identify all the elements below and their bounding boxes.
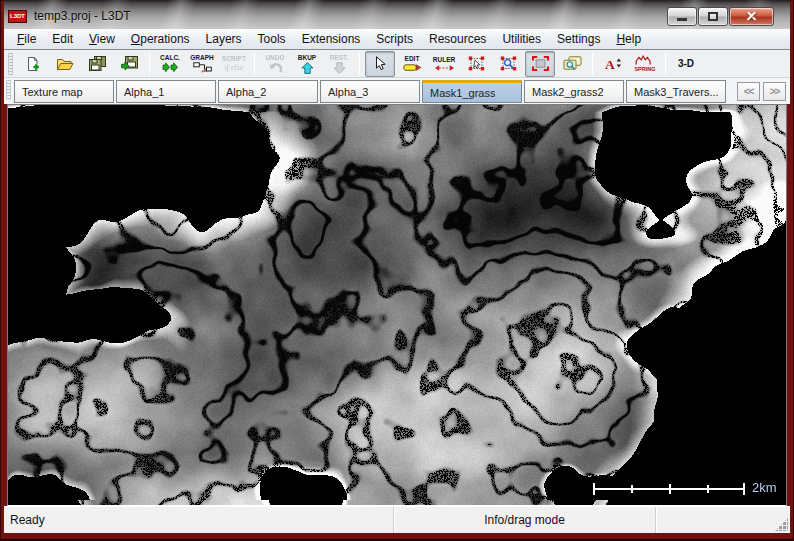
toolbar-separator: [665, 53, 666, 75]
calc-icon: [162, 62, 179, 73]
minimize-icon: [677, 18, 687, 21]
tab-scroll-right-button[interactable]: >>: [763, 82, 786, 101]
script-button[interactable]: SCRIPT if else: [219, 51, 249, 77]
spring-icon: [635, 55, 656, 65]
menu-item-extensions[interactable]: Extensions: [294, 29, 369, 49]
tab-label: Alpha_3: [328, 86, 368, 98]
pointer-icon: [374, 56, 386, 71]
toolbar-separator: [592, 53, 593, 75]
tab-strip: Texture mapAlpha_1Alpha_2Alpha_3Mask1_gr…: [14, 80, 728, 103]
select-move-icon: [468, 56, 485, 71]
tab-mask3-travers[interactable]: Mask3_Travers...: [626, 80, 726, 103]
window-title: temp3.proj - L3DT: [34, 9, 131, 23]
maximize-icon: [708, 12, 718, 21]
status-mode-pane: Info/drag mode: [394, 507, 656, 533]
backup-button[interactable]: BKUP: [292, 51, 322, 77]
svg-text:A: A: [605, 57, 615, 70]
tab-label: Mask3_Travers...: [634, 86, 718, 98]
undo-button[interactable]: UNDO: [260, 51, 290, 77]
restore-icon: [333, 62, 346, 74]
pointer-tool-button[interactable]: [365, 51, 395, 77]
backup-icon: [301, 62, 314, 74]
ruler-tool-button[interactable]: RULER: [429, 51, 459, 77]
maximize-button[interactable]: [698, 7, 728, 26]
status-mode-text: Info/drag mode: [484, 513, 565, 527]
menu-item-help[interactable]: Help: [608, 29, 649, 49]
select-zoom-icon: [500, 56, 517, 71]
menu-item-tools[interactable]: Tools: [250, 29, 294, 49]
status-bar: Ready Info/drag mode: [4, 506, 790, 533]
new-file-icon: [25, 56, 41, 72]
view-panes-button[interactable]: [557, 51, 587, 77]
new-project-button[interactable]: [18, 51, 48, 77]
minimize-button[interactable]: [667, 7, 697, 26]
font-size-icon: A: [605, 57, 622, 70]
ruler-icon: [434, 64, 455, 72]
menu-item-settings[interactable]: Settings: [549, 29, 608, 49]
toolbar-grip[interactable]: [8, 53, 13, 75]
title-bar[interactable]: L3DT temp3.proj - L3DT: [4, 0, 790, 29]
three-d-button[interactable]: 3-D: [671, 51, 701, 77]
map-viewport: 2km: [7, 104, 787, 506]
menu-item-view[interactable]: View: [81, 29, 123, 49]
status-extra-pane: [656, 507, 790, 533]
menu-item-scripts[interactable]: Scripts: [368, 29, 421, 49]
tab-label: Alpha_2: [226, 86, 266, 98]
script-label: SCRIPT: [222, 55, 246, 63]
menu-item-operations[interactable]: Operations: [123, 29, 198, 49]
calc-label: CALC.: [160, 54, 180, 62]
graph-label: GRAPH: [190, 54, 213, 62]
tab-alpha-2[interactable]: Alpha_2: [218, 80, 318, 103]
map-canvas[interactable]: [8, 105, 786, 505]
spring-button[interactable]: SPRING: [630, 51, 660, 77]
tab-label: Alpha_1: [124, 86, 164, 98]
graph-icon: [193, 62, 212, 73]
menu-bar: FileEditViewOperationsLayersToolsExtensi…: [4, 29, 790, 50]
tab-label: Texture map: [22, 86, 83, 98]
toolbar-separator: [254, 53, 255, 75]
open-project-button[interactable]: [50, 51, 80, 77]
save-all-button[interactable]: [82, 51, 112, 77]
toolbar-separator: [359, 53, 360, 75]
bkup-label: BKUP: [298, 54, 316, 62]
graph-button[interactable]: GRAPH: [187, 51, 217, 77]
script-icon: if else: [225, 63, 244, 73]
edit-label: EDIT: [405, 55, 420, 63]
app-icon: L3DT: [8, 10, 27, 23]
tab-mask2-grass2[interactable]: Mask2_grass2: [524, 80, 624, 103]
app-icon-text: L3DT: [10, 13, 25, 19]
close-icon: [745, 10, 758, 23]
menu-item-resources[interactable]: Resources: [421, 29, 494, 49]
tab-alpha-1[interactable]: Alpha_1: [116, 80, 216, 103]
save-all-icon: [89, 56, 106, 71]
menu-item-file[interactable]: File: [9, 29, 44, 49]
rest-label: REST.: [330, 54, 348, 62]
three-d-label: 3-D: [675, 58, 697, 69]
edit-icon: [403, 63, 422, 72]
scale-bar: 2km: [593, 482, 745, 496]
edit-tool-button[interactable]: EDIT: [397, 51, 427, 77]
select-zoom-button[interactable]: [493, 51, 523, 77]
select-move-button[interactable]: [461, 51, 491, 77]
window-controls: [666, 7, 774, 26]
calc-button[interactable]: CALC.: [155, 51, 185, 77]
menu-item-edit[interactable]: Edit: [44, 29, 81, 49]
tab-bar: Texture mapAlpha_1Alpha_2Alpha_3Mask1_gr…: [4, 78, 790, 104]
tab-alpha-3[interactable]: Alpha_3: [320, 80, 420, 103]
tab-texture-map[interactable]: Texture map: [14, 80, 114, 103]
font-size-button[interactable]: A: [598, 51, 628, 77]
status-ready-pane: Ready: [4, 507, 394, 533]
tab-scroll-left-button[interactable]: <<: [737, 82, 760, 101]
tab-label: Mask1_grass: [430, 87, 495, 99]
menu-item-layers[interactable]: Layers: [198, 29, 250, 49]
ruler-label: RULER: [433, 56, 455, 64]
menu-item-utilities[interactable]: Utilities: [494, 29, 549, 49]
restore-button[interactable]: REST.: [324, 51, 354, 77]
select-frame-button[interactable]: [525, 51, 555, 77]
import-map-button[interactable]: [114, 51, 144, 77]
close-button[interactable]: [729, 7, 774, 26]
tab-mask1-grass[interactable]: Mask1_grass: [422, 80, 522, 103]
tab-label: Mask2_grass2: [532, 86, 604, 98]
toolbar-separator: [149, 53, 150, 75]
tab-bar-grip[interactable]: [6, 80, 11, 100]
